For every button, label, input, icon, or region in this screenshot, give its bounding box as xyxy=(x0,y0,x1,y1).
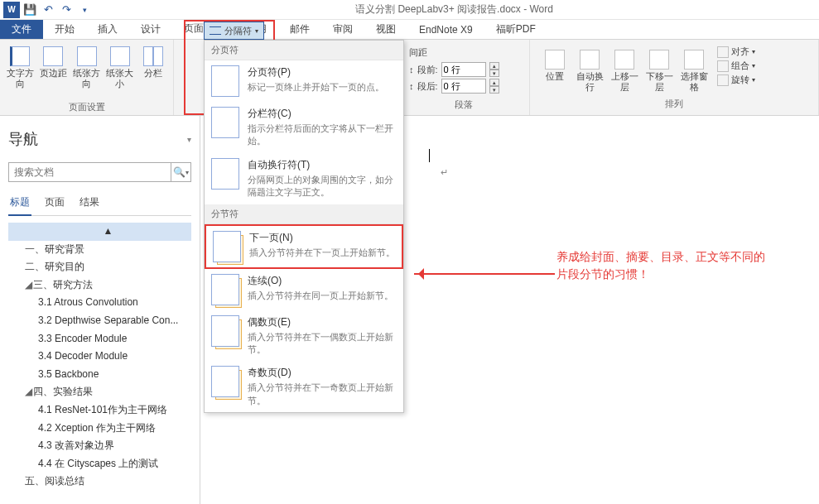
continuous-section-icon xyxy=(211,274,239,305)
paragraph-label: 段落 xyxy=(402,97,524,111)
tab-home[interactable]: 开始 xyxy=(43,20,86,39)
group-button[interactable]: 组合▾ xyxy=(717,59,755,73)
text-direction-button[interactable]: 文字方向 xyxy=(5,43,35,99)
toc-item[interactable]: 3.3 Encoder Module xyxy=(8,330,191,348)
space-after-input[interactable] xyxy=(441,79,486,94)
nav-tab-results[interactable]: 结果 xyxy=(78,192,101,215)
toc-item[interactable]: ◢四、实验结果 xyxy=(8,383,191,401)
columns-button[interactable]: 分栏 xyxy=(138,43,168,99)
nav-title: 导航 xyxy=(8,129,38,149)
breaks-icon xyxy=(210,26,221,35)
toc-item[interactable]: 4.2 Xception 作为主干网络 xyxy=(8,420,191,438)
spacing-label: 间距 xyxy=(409,46,518,60)
search-input[interactable] xyxy=(9,163,171,181)
toc-item[interactable]: 一、研究背景 xyxy=(8,241,191,259)
toc-list: ▲ 一、研究背景二、研究目的◢三、研究方法3.1 Atrous Convolut… xyxy=(8,223,191,491)
break-continuous-item[interactable]: 连续(O)插入分节符并在同一页上开始新节。 xyxy=(205,269,403,310)
tab-mailings[interactable]: 邮件 xyxy=(278,20,321,39)
selection-pane-button[interactable]: 选择窗格 xyxy=(677,46,711,93)
even-page-section-icon xyxy=(211,315,239,347)
redo-icon[interactable]: ↷ xyxy=(58,2,75,18)
annotation-text: 养成给封面、摘要、目录、正文等不同的 片段分节的习惯！ xyxy=(556,248,765,283)
breaks-dropdown-menu: 分页符 分页符(P)标记一页终止并开始下一页的点。 分栏符(C)指示分栏符后面的… xyxy=(204,40,404,413)
text-wrap-break-icon xyxy=(211,158,239,190)
toc-item[interactable]: 3.5 Backbone xyxy=(8,366,191,384)
annotation-arrow xyxy=(414,273,555,275)
text-cursor xyxy=(429,149,430,162)
search-button[interactable]: 🔍▾ xyxy=(171,163,190,181)
page-breaks-header: 分页符 xyxy=(205,41,403,60)
breaks-dropdown-button[interactable]: 分隔符 ▾ xyxy=(204,22,264,40)
toc-item[interactable]: 二、研究目的 xyxy=(8,258,191,276)
navigation-pane: 导航▾ 🔍▾ 标题 页面 结果 ▲ 一、研究背景二、研究目的◢三、研究方法3.1… xyxy=(0,116,200,504)
bring-forward-button[interactable]: 上移一层 xyxy=(608,46,641,93)
break-odd-page-item[interactable]: 奇数页(D)插入分节符并在下一奇数页上开始新节。 xyxy=(205,361,403,412)
wrap-text-button[interactable]: 自动换行 xyxy=(573,46,606,93)
window-title: 语义分割 DeepLabv3+ 阅读报告.docx - Word xyxy=(93,2,816,17)
break-wrap-item[interactable]: 自动换行符(T)分隔网页上的对象周围的文字，如分隔题注文字与正文。 xyxy=(205,153,403,204)
orientation-button[interactable]: 纸张方向 xyxy=(71,43,101,99)
nav-tab-pages[interactable]: 页面 xyxy=(43,192,66,215)
ribbon-tabs: 文件 开始 插入 设计 页面布局 引用 邮件 审阅 视图 EndNote X9 … xyxy=(0,20,819,40)
nav-tab-headings[interactable]: 标题 xyxy=(8,192,31,216)
space-before-input[interactable] xyxy=(441,62,486,77)
margins-button[interactable]: 页边距 xyxy=(38,43,68,99)
position-button[interactable]: 位置 xyxy=(538,46,571,93)
break-page-item[interactable]: 分页符(P)标记一页终止并开始下一页的点。 xyxy=(205,60,403,102)
tab-file[interactable]: 文件 xyxy=(0,20,43,39)
tab-design[interactable]: 设计 xyxy=(129,20,172,39)
break-column-item[interactable]: 分栏符(C)指示分栏符后面的文字将从下一栏开始。 xyxy=(205,102,403,153)
section-breaks-header: 分节符 xyxy=(205,204,403,224)
align-button[interactable]: 对齐▾ xyxy=(717,45,755,59)
space-after-icon: ↕ xyxy=(409,81,414,91)
toc-item[interactable]: 3.4 Decoder Module xyxy=(8,348,191,366)
toc-item[interactable]: 五、阅读总结 xyxy=(8,473,191,491)
search-icon: 🔍 xyxy=(173,166,185,178)
toc-item[interactable]: 4.4 在 Cityscapes 上的测试 xyxy=(8,455,191,473)
tab-view[interactable]: 视图 xyxy=(364,20,407,39)
nav-dropdown-icon[interactable]: ▾ xyxy=(187,135,191,144)
page-setup-label: 页面设置 xyxy=(5,99,168,113)
toc-item[interactable]: ◢三、研究方法 xyxy=(8,276,191,295)
toc-item[interactable]: 4.1 ResNet-101作为主干网络 xyxy=(8,401,191,420)
space-before-icon: ↕ xyxy=(409,65,414,74)
toc-item[interactable]: ▲ xyxy=(8,223,191,241)
undo-icon[interactable]: ↶ xyxy=(40,2,56,18)
rotate-button[interactable]: 旋转▾ xyxy=(717,73,755,87)
tab-review[interactable]: 审阅 xyxy=(321,20,364,39)
toc-item[interactable]: 4.3 改善对象边界 xyxy=(8,437,191,455)
size-button[interactable]: 纸张大小 xyxy=(105,43,135,99)
paragraph-mark: ↵ xyxy=(441,167,448,178)
tab-endnote[interactable]: EndNote X9 xyxy=(407,20,484,39)
toc-item[interactable]: 3.1 Atrous Convolution xyxy=(8,294,191,312)
send-backward-button[interactable]: 下移一层 xyxy=(643,46,676,93)
tab-foxit[interactable]: 福昕PDF xyxy=(484,20,547,39)
page-break-icon xyxy=(211,65,239,97)
chevron-down-icon: ▾ xyxy=(255,27,258,35)
column-break-icon xyxy=(211,107,239,138)
toc-item[interactable]: 3.2 Depthwise Separable Con... xyxy=(8,312,191,330)
break-even-page-item[interactable]: 偶数页(E)插入分节符并在下一偶数页上开始新节。 xyxy=(205,310,403,362)
tab-insert[interactable]: 插入 xyxy=(86,20,129,39)
break-next-page-item[interactable]: 下一页(N)插入分节符并在下一页上开始新节。 xyxy=(205,224,403,269)
odd-page-section-icon xyxy=(211,366,239,397)
save-icon[interactable]: 💾 xyxy=(22,2,38,18)
next-page-section-icon xyxy=(213,231,241,262)
word-app-icon: W xyxy=(3,2,20,18)
qat-customize-icon[interactable]: ▾ xyxy=(76,2,93,18)
arrange-label: 排列 xyxy=(535,96,813,110)
